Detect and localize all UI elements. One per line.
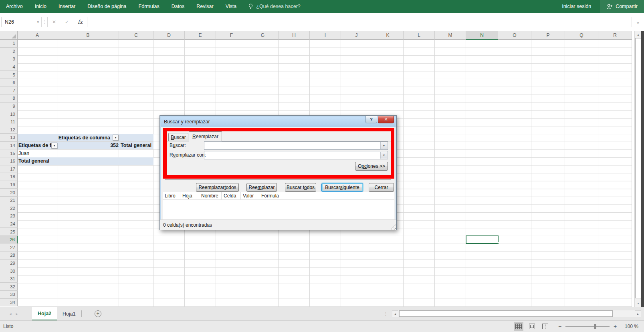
row-header-4[interactable]: 4 [0, 63, 18, 71]
dialog-help-button[interactable]: ? [365, 116, 377, 123]
column-header-k[interactable]: K [372, 31, 404, 40]
column-header-g[interactable]: G [247, 31, 279, 40]
close-button[interactable]: Cerrar [369, 183, 394, 192]
column-header-o[interactable]: O [498, 31, 531, 40]
results-col-formula[interactable]: Fórmula [259, 192, 394, 199]
row-header-9[interactable]: 9 [0, 103, 18, 111]
page-break-preview-icon[interactable] [540, 322, 550, 331]
vertical-scrollbar[interactable]: ▴ ▾ [634, 31, 641, 307]
confirm-entry-icon[interactable]: ✓ [65, 19, 69, 25]
normal-view-icon[interactable] [514, 322, 523, 331]
column-header-j[interactable]: J [341, 31, 372, 40]
find-input[interactable]: ▾ [204, 141, 388, 150]
dialog-tab-reemplazar[interactable]: Reemplazar [189, 131, 222, 141]
row-header-2[interactable]: 2 [0, 48, 18, 56]
row-header-12[interactable]: 12 [0, 126, 18, 134]
row-header-5[interactable]: 5 [0, 71, 18, 79]
tell-me-box[interactable]: ¿Qué desea hacer? [248, 4, 301, 10]
column-header-r[interactable]: R [598, 31, 632, 40]
results-col-hoja[interactable]: Hoja [180, 192, 199, 199]
cancel-entry-icon[interactable]: ✕ [52, 19, 56, 25]
row-header-17[interactable]: 17 [0, 165, 18, 173]
row-labels-filter-button[interactable]: ▾ [51, 143, 57, 149]
row-header-1[interactable]: 1 [0, 40, 18, 48]
results-col-valor[interactable]: Valor [241, 192, 259, 199]
row-header-3[interactable]: 3 [0, 55, 18, 63]
selected-cell-n26[interactable] [466, 235, 499, 244]
resize-grip[interactable] [391, 224, 396, 229]
horizontal-scroll-thumb[interactable] [399, 310, 613, 317]
row-header-31[interactable]: 31 [0, 275, 18, 283]
ribbon-tab-datos[interactable]: Datos [166, 0, 191, 13]
row-header-22[interactable]: 22 [0, 204, 18, 212]
find-dropdown-icon[interactable]: ▾ [380, 142, 387, 149]
fill-handle[interactable] [497, 242, 499, 244]
column-header-e[interactable]: E [185, 31, 216, 40]
ribbon-tab-insertar[interactable]: Insertar [52, 0, 81, 13]
row-header-15[interactable]: 15 [0, 149, 18, 157]
dialog-tab-buscar[interactable]: Buscar [168, 133, 188, 141]
replace-input[interactable]: ▾ [204, 151, 388, 159]
scroll-down-icon[interactable]: ▾ [635, 300, 642, 307]
column-header-f[interactable]: F [216, 31, 247, 40]
new-sheet-button[interactable]: + [95, 310, 101, 317]
name-box-dropdown-icon[interactable]: ▾ [37, 20, 39, 24]
row-header-14[interactable]: 14 [0, 142, 18, 150]
column-header-d[interactable]: D [153, 31, 185, 40]
replace-button[interactable]: Reemplazar [246, 183, 277, 192]
options-button[interactable]: Opciones >> [355, 162, 388, 171]
column-header-b[interactable]: B [57, 31, 119, 40]
sheet-tab-hoja1[interactable]: Hoja1 [57, 307, 81, 320]
ribbon-tab-vista[interactable]: Vista [220, 0, 243, 13]
row-header-29[interactable]: 29 [0, 260, 18, 268]
row-header-24[interactable]: 24 [0, 220, 18, 228]
expand-formula-bar-icon[interactable]: ⌄ [632, 19, 644, 25]
row-header-16[interactable]: 16 [0, 157, 18, 165]
row-header-6[interactable]: 6 [0, 79, 18, 87]
formula-input[interactable] [87, 17, 632, 27]
column-header-i[interactable]: I [310, 31, 341, 40]
row-header-7[interactable]: 7 [0, 87, 18, 95]
formula-bar-splitter-icon[interactable]: ⋮ [42, 19, 47, 24]
zoom-slider-thumb[interactable] [594, 324, 596, 329]
insert-function-icon[interactable]: fx [78, 19, 83, 25]
tabbar-splitter-icon[interactable]: ⋮ [384, 311, 388, 316]
scroll-right-icon[interactable]: ▸ [635, 310, 641, 317]
sign-in-button[interactable]: Iniciar sesión [553, 4, 600, 9]
name-box[interactable]: N26 ▾ [1, 17, 42, 27]
row-header-21[interactable]: 21 [0, 197, 18, 205]
row-header-11[interactable]: 11 [0, 118, 18, 126]
ribbon-tab-diseno-de-pagina[interactable]: Diseño de página [81, 0, 132, 13]
ribbon-tab-revisar[interactable]: Revisar [190, 0, 219, 13]
column-header-l[interactable]: L [404, 31, 435, 40]
row-header-25[interactable]: 25 [0, 228, 18, 236]
page-layout-view-icon[interactable] [527, 322, 537, 331]
scroll-left-icon[interactable]: ◂ [392, 310, 398, 317]
horizontal-scrollbar[interactable] [398, 310, 635, 317]
row-header-28[interactable]: 28 [0, 252, 18, 260]
row-header-32[interactable]: 32 [0, 283, 18, 291]
column-header-c[interactable]: C [119, 31, 153, 40]
dialog-title-bar[interactable]: Buscar y reemplazar [161, 117, 396, 127]
row-header-30[interactable]: 30 [0, 267, 18, 275]
column-header-m[interactable]: M [435, 31, 466, 40]
sheet-nav-right-icon[interactable]: ▸ [14, 307, 20, 320]
zoom-out-icon[interactable]: − [557, 323, 562, 330]
row-header-20[interactable]: 20 [0, 189, 18, 197]
find-next-button[interactable]: Buscar siguiente [321, 183, 363, 192]
ribbon-tab-archivo[interactable]: Archivo [0, 0, 29, 13]
row-header-34[interactable]: 34 [0, 299, 18, 307]
ribbon-tab-formulas[interactable]: Fórmulas [133, 0, 166, 13]
row-header-18[interactable]: 18 [0, 173, 18, 181]
sheet-tab-hoja2[interactable]: Hoja2 [32, 307, 57, 320]
results-col-nombre[interactable]: Nombre [199, 192, 222, 199]
results-col-celda[interactable]: Celda [222, 192, 241, 199]
select-all-corner[interactable] [0, 31, 18, 40]
dialog-close-button[interactable]: ✕ [378, 116, 394, 123]
vertical-scroll-thumb[interactable] [635, 38, 641, 298]
row-header-19[interactable]: 19 [0, 181, 18, 189]
column-header-n[interactable]: N [466, 31, 498, 40]
row-header-33[interactable]: 33 [0, 291, 18, 299]
zoom-in-icon[interactable]: + [613, 323, 618, 330]
find-all-button[interactable]: Buscar todos [285, 183, 316, 192]
